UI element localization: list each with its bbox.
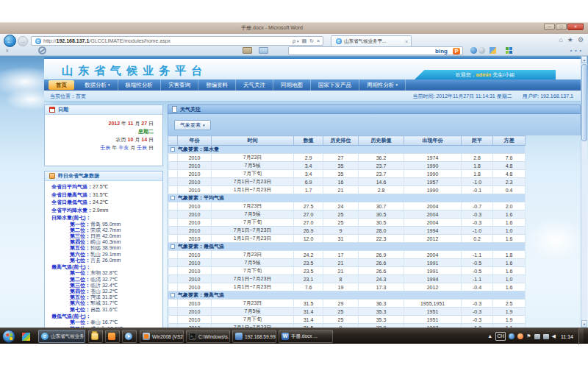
group-expand-checkbox[interactable]: [171, 196, 175, 200]
taskbar-window-word[interactable]: W手册.docx ...: [279, 330, 333, 343]
taskbar-window-cmd[interactable]: >_C:\Windows\s...: [186, 330, 230, 343]
search-sparkle-icon[interactable]: [490, 46, 496, 54]
tab-title[interactable]: 山东省气候业务平...: [344, 38, 404, 45]
start-button[interactable]: [2, 330, 15, 343]
site-header: 山东省气候业务平台 欢迎您，admin 先生/小姐: [44, 57, 581, 79]
menu-item-3[interactable]: 极端性分析: [118, 79, 162, 91]
menu-item-7[interactable]: 同期地图: [273, 79, 311, 91]
home-icon[interactable]: ⌂: [559, 36, 562, 43]
hidden-icons-caret[interactable]: ▲: [487, 333, 492, 340]
taskbar-window-folder[interactable]: [88, 330, 103, 343]
messenger-icon[interactable]: [509, 333, 514, 339]
table-row[interactable]: 20107月下旬3.43523.719901.84.8: [168, 170, 526, 178]
close-button[interactable]: ✕: [567, 24, 584, 30]
browser-tab[interactable]: e 山东省气候业务平... ×: [331, 35, 412, 46]
scroll-down-icon[interactable]: ▼: [581, 320, 587, 328]
column-header: 时间: [212, 136, 294, 146]
table-row[interactable]: 20107月1日~7月23日23.1824.31994-1.11.0: [168, 275, 526, 283]
tab-close-icon[interactable]: ×: [404, 39, 409, 44]
menu-item-8[interactable]: 国家下发产品: [311, 79, 359, 91]
table-row[interactable]: 20101月1日~7月23日12.03122.320120.21.6: [168, 235, 526, 243]
menu-item-6[interactable]: 天气关注: [236, 79, 273, 91]
search-icon[interactable]: ρ ▾: [293, 38, 298, 43]
table-row[interactable]: 20107月下旬23.52126.61991-0.51.6: [168, 267, 526, 275]
table-cell: 1991: [404, 259, 462, 267]
menu-item-1[interactable]: 首页: [49, 80, 74, 90]
menu-item-9[interactable]: 周期性分析▾: [359, 79, 406, 91]
table-cell: 23.7: [359, 162, 404, 170]
compatibility-icon[interactable]: ▤: [301, 38, 306, 44]
table-row[interactable]: 20107月1日~7月23日26.9928.01994-1.01.0: [168, 227, 526, 235]
table-cell: 0.4: [493, 186, 526, 194]
toolbar-close-icon[interactable]: x: [6, 48, 9, 53]
table-row[interactable]: 20107月23日31.52936.31955,1951-0.32.5: [168, 300, 526, 308]
taskbar-window-remote[interactable]: 192.168.59.99...: [232, 330, 276, 343]
firefox-icon[interactable]: [517, 333, 523, 339]
quick-launch-icon[interactable]: [22, 333, 30, 341]
show-desktop-button[interactable]: [578, 328, 584, 344]
table-row[interactable]: 20101月1日~7月23日7.61917.32012-0.41.6: [168, 283, 526, 291]
toolbar-search-input[interactable]: bing P: [288, 46, 463, 55]
date-panel-title: 日期: [58, 106, 68, 113]
taskbar-window-media[interactable]: [122, 330, 137, 343]
url-text[interactable]: http://192.168.137.1/GLCCLIMATE/modules/…: [43, 38, 291, 43]
table-row[interactable]: 20107月下旬31.42535.31951-0.31.9: [168, 316, 526, 324]
page-scrollbar[interactable]: ▲ ▼: [581, 56, 587, 328]
display-icon[interactable]: [534, 334, 540, 339]
tools-gear-icon[interactable]: ⚙: [578, 36, 584, 43]
forward-button[interactable]: →: [18, 36, 28, 46]
volume-icon[interactable]: ◀: [552, 333, 556, 340]
maximize-button[interactable]: ▢: [556, 24, 567, 30]
scroll-up-icon[interactable]: ▲: [581, 56, 587, 63]
network-icon[interactable]: [543, 334, 549, 339]
table-cell: 14.6: [359, 178, 404, 186]
table-row[interactable]: 20107月1日~7月23日6.91614.61957-1.02.3: [168, 178, 526, 186]
table-row[interactable]: 20107月下旬27.02530.52004-0.31.6: [168, 219, 526, 227]
table-cell: 35.3: [359, 308, 404, 316]
table-cell: 2010: [178, 235, 212, 243]
table-row[interactable]: 20107月23日2.92736.219742.87.6: [168, 154, 526, 162]
table-cell: 1月1日~7月23日: [212, 235, 294, 243]
apps-grid-icon[interactable]: [506, 46, 513, 54]
stop-icon[interactable]: ×: [317, 38, 320, 43]
coins-icon[interactable]: [470, 46, 485, 54]
table-row[interactable]: 20107月5候23.52126.61991-0.51.6: [168, 259, 526, 267]
table-cell: 7.6: [493, 154, 526, 162]
rank-item: 第五位：招远 38.9mm: [45, 245, 162, 251]
ime-indicator[interactable]: CH: [495, 332, 506, 341]
weather-panel-header: 昨日全省气象数据: [45, 171, 162, 181]
scrollbar-thumb[interactable]: [581, 64, 587, 141]
table-cell: 2010: [178, 275, 212, 283]
table-row[interactable]: 20101月1日~7月23日1.7212.81990-0.10.4: [168, 186, 526, 194]
favorites-star-icon[interactable]: ★: [567, 36, 573, 43]
group-expand-checkbox[interactable]: [171, 244, 175, 249]
wallet-icon[interactable]: [243, 47, 252, 54]
table-row[interactable]: 20107月5候31.42535.31951-0.31.9: [168, 308, 526, 316]
minimize-button[interactable]: —: [544, 24, 555, 30]
table-row[interactable]: 20107月23日27.52430.72004-0.72.0: [168, 202, 526, 210]
element-select-button[interactable]: 气象要素▾: [174, 120, 211, 130]
taskbar-window-ie[interactable]: e山东省气候业务平...: [38, 330, 85, 343]
taskbar-clock[interactable]: 11:14: [561, 334, 573, 339]
table-cell: 2.3: [493, 178, 526, 186]
table-row[interactable]: 20107月23日24.21726.92004-1.11.8: [168, 251, 526, 259]
table-cell: 3.4: [294, 170, 323, 178]
table-row[interactable]: 20107月5候27.02530.52004-0.31.6: [168, 210, 526, 219]
mail-icon[interactable]: [259, 47, 268, 54]
menu-item-4[interactable]: 灾害查询: [161, 79, 198, 91]
group-expand-checkbox[interactable]: [171, 147, 175, 152]
table-row[interactable]: 20107月5候3.43523.719901.84.8: [168, 162, 526, 170]
system-tray: ▲CH⚑◀11:14: [487, 328, 584, 344]
address-bar[interactable]: e http://192.168.137.1/GLCCLIMATE/module…: [31, 36, 323, 46]
group-expand-checkbox[interactable]: [171, 293, 175, 297]
table-cell: 17: [323, 251, 359, 259]
refresh-icon[interactable]: ↻: [309, 38, 314, 44]
action-center-flag-icon[interactable]: ⚑: [526, 333, 531, 340]
menu-item-2[interactable]: 数据分析▾: [77, 79, 118, 91]
group-header-row: 气象要素：最低气温: [168, 243, 526, 251]
toolbar-overflow-icon[interactable]: • • •: [570, 48, 582, 53]
menu-item-5[interactable]: 整编资料: [198, 79, 236, 91]
table-cell: 2010: [178, 251, 212, 259]
taskbar-window-vm[interactable]: Win2008 (VS2...: [140, 330, 184, 343]
taskbar-window-orange[interactable]: [105, 330, 120, 343]
